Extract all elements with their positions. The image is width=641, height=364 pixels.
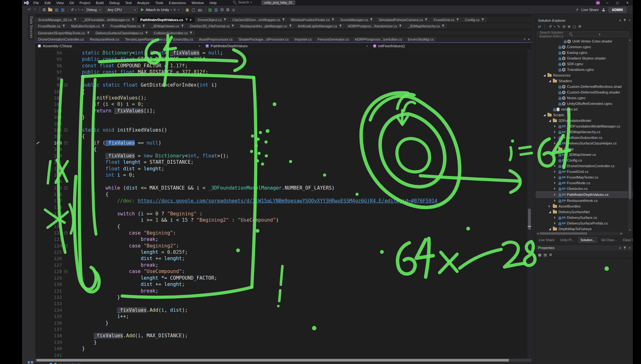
editor-tab[interactable]: Generator2ExportMapTools.cs	[35, 30, 93, 36]
tool-window-tab[interactable]: Solution...	[578, 237, 598, 243]
pin-icon[interactable]	[332, 18, 334, 21]
editor-tab[interactable]: SimulatedFisheyeCamera.cs	[376, 17, 431, 22]
editor-tab[interactable]: DeliverySurfaceClassHelper.cs	[93, 30, 151, 36]
tree-vertical-scrollbar[interactable]: ▲ ▼	[628, 38, 632, 231]
tab-overflow-controls[interactable]: ≡▾	[524, 37, 530, 42]
uncomment-icon[interactable]: ▥	[213, 8, 219, 12]
pin-icon[interactable]	[132, 18, 134, 21]
scroll-down-icon[interactable]: ▼	[628, 229, 632, 231]
code-editor[interactable]: 94static Dictionary<int, float> _fixValu…	[35, 50, 531, 364]
tree-item[interactable]: C#DeliverySurface.cs	[536, 215, 633, 220]
tree-item[interactable]: C#FruxelMapTester.cs	[536, 174, 633, 180]
editor-tab[interactable]: EnviroSky.cs	[170, 37, 196, 42]
tree-item[interactable]: C#RestaurantHook.cs	[536, 198, 633, 203]
expanded-arrow-icon[interactable]	[554, 147, 558, 151]
comment-icon[interactable]: ▤	[207, 8, 213, 12]
tree-item[interactable]: Custom-DeferredReflections.shad	[536, 84, 633, 89]
editor-tab[interactable]: DroneOrientationController.cs	[35, 37, 87, 42]
pin-icon[interactable]	[456, 18, 459, 21]
pin-icon[interactable]	[74, 18, 77, 21]
live-share-button[interactable]: ↗ Live Share	[574, 8, 599, 12]
editor-tab[interactable]: RestaurantHo...pleManager.cs	[237, 23, 295, 29]
editor-tab[interactable]: ShaderPackage...stProcessor.cs	[235, 37, 292, 42]
open-file-icon[interactable]	[48, 9, 52, 11]
breadcrumb-member[interactable]: ■ initFixedValues()	[371, 43, 531, 49]
menu-item-tools[interactable]: Tools	[153, 0, 166, 5]
tree-horizontal-scrollbar[interactable]: ◀ ▶	[536, 232, 623, 235]
menu-item-debug[interactable]: Debug	[107, 0, 122, 5]
new-file-icon[interactable]: ⊞	[41, 8, 47, 12]
expanded-arrow-icon[interactable]	[549, 227, 553, 231]
preview-window-icon[interactable]: ▢	[190, 8, 196, 12]
tree-item[interactable]: C#CollisionSubscriber.cs	[536, 135, 633, 140]
navigate-forward-icon[interactable]: ↷	[32, 8, 38, 12]
editor-tab[interactable]: OneSec3D_FileFormat.cs	[187, 23, 238, 29]
fold-marker[interactable]	[64, 231, 67, 235]
properties-icon[interactable]: ⚙	[578, 25, 581, 29]
scroll-right-icon[interactable]: ▶	[620, 232, 623, 235]
pin-icon[interactable]	[623, 246, 626, 250]
editor-tab[interactable]: FruxelGrid.cs	[431, 17, 462, 22]
tree-item[interactable]: C#PathfinderDepthValues.cs	[536, 191, 633, 198]
expanded-arrow-icon[interactable]	[549, 210, 553, 214]
collapsed-arrow-icon[interactable]	[554, 141, 558, 145]
property-pages-icon[interactable]: ⚙	[549, 253, 552, 257]
collapsed-arrow-icon[interactable]	[554, 181, 558, 185]
tree-item[interactable]: AssetBundles	[536, 203, 633, 209]
solution-search-input[interactable]: Search Solution Explorer (Ctrl+;) ▾	[537, 31, 629, 37]
collapsed-arrow-icon[interactable]	[554, 130, 558, 134]
chevron-down-icon[interactable]: ▾	[619, 246, 621, 250]
chevron-down-icon[interactable]: ▾	[619, 19, 621, 22]
feedback-icon[interactable]	[602, 8, 605, 11]
editor-tab[interactable]: HDRPPostproce...izerEditor.cs	[352, 37, 405, 42]
close-icon[interactable]: ×	[190, 18, 192, 22]
expanded-arrow-icon[interactable]	[549, 79, 553, 83]
pin-icon[interactable]	[399, 24, 402, 28]
pin-icon[interactable]	[145, 31, 148, 35]
editor-tab[interactable]: PathfinderDepthValues.cs×	[138, 17, 195, 22]
editor-tab[interactable]: CityGen3DGen...torWrapper.cs	[230, 17, 288, 22]
collapsed-arrow-icon[interactable]	[554, 170, 558, 173]
collapsed-arrow-icon[interactable]	[554, 175, 558, 179]
pin-icon[interactable]	[190, 31, 192, 35]
tool-window-tab[interactable]: Class Vi...	[621, 237, 633, 242]
bookmark-icon[interactable]: ▣	[230, 8, 236, 12]
outdent-icon[interactable]: ⊞	[225, 8, 230, 12]
tree-item[interactable]: version.txt	[536, 106, 633, 112]
refresh-icon[interactable]: ↻	[557, 25, 560, 29]
editor-tab[interactable]: Config.cs	[462, 17, 487, 22]
tree-item[interactable]: DepthMapToFisheye	[536, 226, 633, 231]
fold-marker[interactable]	[64, 270, 67, 273]
editor-tab[interactable]: ArtificialLightsManager.cs	[295, 23, 345, 29]
panel-splitter[interactable]	[531, 14, 535, 364]
tree-item[interactable]: C#Config.cs	[536, 157, 633, 163]
collapsed-arrow-icon[interactable]	[554, 187, 558, 191]
tool-window-tab[interactable]: Live Share	[537, 237, 556, 242]
menu-item-project[interactable]: Project	[77, 0, 93, 5]
show-all-files-icon[interactable]: ⊞	[568, 25, 570, 29]
indent-icon[interactable]: ⊟	[219, 8, 225, 12]
editor-tab[interactable]: _3DFoundatio...delManager.cs	[80, 17, 138, 22]
collapsed-arrow-icon[interactable]	[554, 136, 558, 139]
editor-tab[interactable]: _3DMapHierarchy.cs	[405, 23, 448, 29]
collapsed-arrow-icon[interactable]	[554, 164, 558, 168]
title-search[interactable]: Search ▾	[233, 0, 252, 4]
tree-item[interactable]: C#DeliverySurfaceClassHelper.cs	[536, 140, 633, 146]
tool-window-tab[interactable]: Git Chan...	[599, 237, 619, 242]
redo-icon[interactable]: ↻	[76, 8, 82, 12]
tree-item[interactable]: DMap	[536, 146, 633, 152]
menu-item-build[interactable]: Build	[94, 0, 106, 5]
pin-icon[interactable]	[224, 18, 226, 21]
menu-item-test[interactable]: Test	[123, 0, 134, 5]
menu-item-edit[interactable]: Edit	[42, 0, 53, 5]
pin-icon[interactable]	[442, 24, 445, 28]
admin-button[interactable]: ADMIN	[608, 7, 627, 13]
pin-icon[interactable]	[370, 18, 373, 21]
editor-horizontal-scrollbar[interactable]	[35, 359, 531, 362]
collapsed-arrow-icon[interactable]	[549, 204, 553, 208]
scroll-left-icon[interactable]: ◀	[536, 232, 539, 235]
solution-platforms-icon[interactable]: ▣	[184, 8, 190, 12]
fold-marker[interactable]	[64, 141, 67, 145]
editor-tab[interactable]: _3DMapViewer.cs	[148, 23, 187, 29]
tree-item[interactable]: C#Obstacles.cs	[536, 186, 633, 191]
